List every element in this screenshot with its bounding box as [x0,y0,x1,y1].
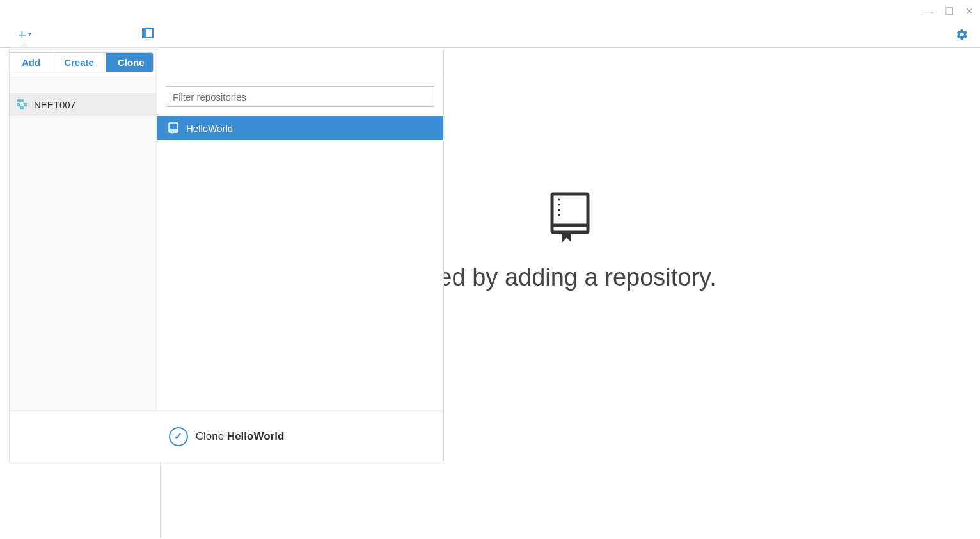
svg-point-13 [171,125,171,125]
svg-point-4 [558,209,560,211]
close-button[interactable]: ✕ [965,5,974,17]
svg-rect-7 [20,99,24,102]
svg-rect-0 [552,194,588,232]
dropdown-main-header-spacer [157,48,443,77]
dropdown-tabs: Add Create Clone [10,52,154,72]
empty-state-text: rted by adding a repository. [423,264,716,291]
repository-icon [550,192,590,245]
dropdown-tabs-row: Add Create Clone [10,48,156,77]
maximize-button[interactable]: ☐ [945,5,954,17]
panel-toggle-icon[interactable] [142,28,154,38]
tab-clone[interactable]: Clone [106,53,154,72]
svg-point-3 [558,204,560,206]
clone-action-button[interactable]: ✓ Clone HelloWorld [10,410,443,462]
dropdown-arrow-icon [19,42,29,47]
settings-gear-icon[interactable] [956,28,968,44]
dropdown-main: HelloWorld [157,48,443,410]
add-dropdown-button[interactable]: + ▾ [18,27,31,44]
repo-icon [168,122,178,134]
caret-down-icon: ▾ [28,30,31,37]
svg-rect-10 [20,106,24,109]
add-repository-dropdown: Add Create Clone NEET007 [9,47,444,462]
repo-name: HelloWorld [186,123,233,134]
filter-container [166,86,434,107]
minimize-button[interactable]: — [923,6,933,17]
account-avatar-icon [16,99,28,110]
clone-action-label: Clone HelloWorld [196,430,285,443]
tab-create[interactable]: Create [52,53,106,72]
svg-rect-6 [17,99,20,102]
account-item[interactable]: NEET007 [10,93,156,116]
plus-icon: + [18,27,26,44]
svg-rect-8 [17,103,20,106]
svg-rect-11 [169,123,178,132]
check-icon: ✓ [169,427,188,446]
repo-list-item[interactable]: HelloWorld [157,116,443,140]
divider [160,462,161,538]
window-controls: — ☐ ✕ [923,5,974,17]
svg-point-14 [171,127,171,127]
filter-repositories-input[interactable] [166,86,434,107]
dropdown-sidebar: Add Create Clone NEET007 [10,48,157,410]
svg-rect-9 [24,103,27,106]
svg-point-2 [558,199,560,201]
svg-point-5 [558,214,560,216]
account-name: NEET007 [34,99,75,110]
tab-add[interactable]: Add [10,53,52,72]
